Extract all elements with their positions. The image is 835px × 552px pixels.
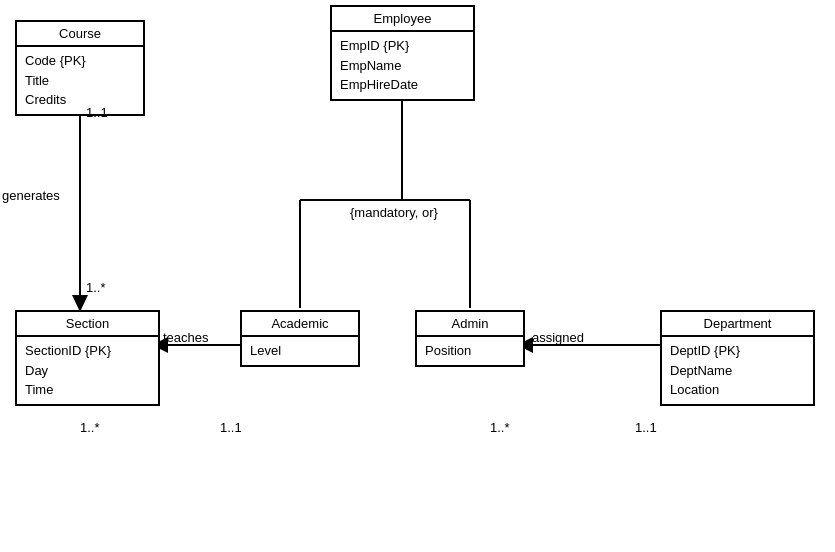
entity-academic-body: Level — [242, 337, 358, 365]
course-attr-3: Credits — [25, 90, 135, 110]
label-mandatory-or: {mandatory, or} — [350, 205, 438, 220]
academic-attr-1: Level — [250, 341, 350, 361]
emp-attr-3: EmpHireDate — [340, 75, 465, 95]
label-assigned: assigned — [532, 330, 584, 345]
emp-attr-1: EmpID {PK} — [340, 36, 465, 56]
uml-diagram: Course Code {PK} Title Credits Employee … — [0, 0, 835, 552]
entity-employee-header: Employee — [332, 7, 473, 32]
entity-department-body: DeptID {PK} DeptName Location — [662, 337, 813, 404]
section-attr-3: Time — [25, 380, 150, 400]
entity-course-body: Code {PK} Title Credits — [17, 47, 143, 114]
label-1many-admin: 1..* — [490, 420, 510, 435]
entity-academic-header: Academic — [242, 312, 358, 337]
label-11-dept: 1..1 — [635, 420, 657, 435]
entity-admin: Admin Position — [415, 310, 525, 367]
label-teaches: teaches — [163, 330, 209, 345]
entity-department-header: Department — [662, 312, 813, 337]
entity-admin-body: Position — [417, 337, 523, 365]
dept-attr-2: DeptName — [670, 361, 805, 381]
course-attr-2: Title — [25, 71, 135, 91]
section-attr-1: SectionID {PK} — [25, 341, 150, 361]
entity-section-body: SectionID {PK} Day Time — [17, 337, 158, 404]
label-1many-section: 1..* — [86, 280, 106, 295]
entity-academic: Academic Level — [240, 310, 360, 367]
label-generates: generates — [2, 188, 60, 203]
course-attr-1: Code {PK} — [25, 51, 135, 71]
entity-employee: Employee EmpID {PK} EmpName EmpHireDate — [330, 5, 475, 101]
admin-attr-1: Position — [425, 341, 515, 361]
entity-employee-body: EmpID {PK} EmpName EmpHireDate — [332, 32, 473, 99]
entity-course: Course Code {PK} Title Credits — [15, 20, 145, 116]
entity-course-header: Course — [17, 22, 143, 47]
label-1many-section2: 1..* — [80, 420, 100, 435]
dept-attr-1: DeptID {PK} — [670, 341, 805, 361]
entity-department: Department DeptID {PK} DeptName Location — [660, 310, 815, 406]
entity-section-header: Section — [17, 312, 158, 337]
section-attr-2: Day — [25, 361, 150, 381]
label-11-academic: 1..1 — [220, 420, 242, 435]
emp-attr-2: EmpName — [340, 56, 465, 76]
label-11-course: 1..1 — [86, 105, 108, 120]
entity-admin-header: Admin — [417, 312, 523, 337]
entity-section: Section SectionID {PK} Day Time — [15, 310, 160, 406]
dept-attr-3: Location — [670, 380, 805, 400]
